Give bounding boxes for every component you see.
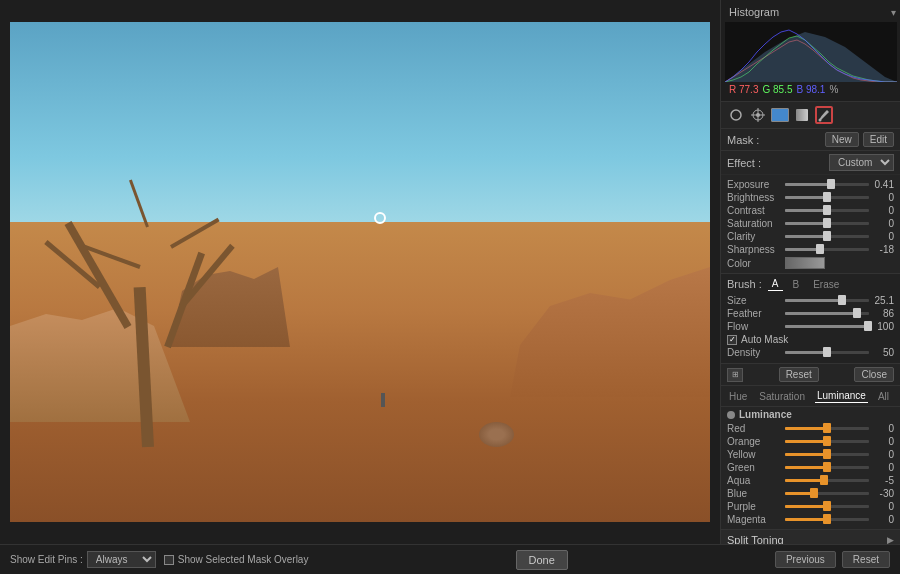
- g-value: G 85.5: [762, 84, 792, 95]
- saturation-track[interactable]: [785, 222, 869, 225]
- size-thumb[interactable]: [838, 295, 846, 305]
- lum-magenta-track[interactable]: [785, 518, 869, 521]
- brush-title-row: Brush : A B Erase: [727, 277, 894, 291]
- color-swatch[interactable]: [785, 257, 825, 269]
- auto-mask-checkbox[interactable]: ✓: [727, 335, 737, 345]
- color-swatch-container: [785, 257, 869, 269]
- right-panel: Histogram ▾ R 77.3 G 85.5: [720, 0, 900, 544]
- tree-branch-3: [179, 244, 235, 309]
- lum-magenta-fill: [785, 518, 827, 521]
- image-container[interactable]: [0, 0, 720, 544]
- luminance-toggle-dot[interactable]: [727, 411, 735, 419]
- lum-aqua-thumb[interactable]: [820, 475, 828, 485]
- reset-nav-button[interactable]: Reset: [842, 551, 890, 568]
- exposure-track[interactable]: [785, 183, 869, 186]
- target-tool-icon[interactable]: [749, 106, 767, 124]
- sharpness-thumb[interactable]: [816, 244, 824, 254]
- reset-close-row: ⊞ Reset Close: [721, 364, 900, 386]
- feather-thumb[interactable]: [853, 308, 861, 318]
- luminance-toggle-row: Luminance: [727, 409, 894, 420]
- bottom-bar: Show Edit Pins : Always Never Selected S…: [0, 544, 900, 574]
- saturation-thumb[interactable]: [823, 218, 831, 228]
- flow-label: Flow: [727, 321, 782, 332]
- feather-fill: [785, 312, 857, 315]
- contrast-value: 0: [872, 205, 894, 216]
- hsl-tab-luminance[interactable]: Luminance: [815, 389, 868, 403]
- brush-tab-erase[interactable]: Erase: [809, 278, 843, 291]
- person: [381, 393, 385, 407]
- show-mask-label: Show Selected Mask Overlay: [178, 554, 309, 565]
- lum-aqua-track[interactable]: [785, 479, 869, 482]
- exposure-thumb[interactable]: [827, 179, 835, 189]
- lum-green-fill: [785, 466, 827, 469]
- lum-yellow-thumb[interactable]: [823, 449, 831, 459]
- show-edit-pins-select[interactable]: Always Never Selected: [87, 551, 156, 568]
- brush-tool-icon[interactable]: [815, 106, 833, 124]
- tree-trunk: [134, 287, 154, 447]
- edit-mask-button[interactable]: Edit: [863, 132, 894, 147]
- lum-blue-thumb[interactable]: [810, 488, 818, 498]
- lum-orange-row: Orange 0: [727, 436, 894, 447]
- size-row: Size 25.1: [727, 295, 894, 306]
- saturation-label: Saturation: [727, 218, 782, 229]
- lum-orange-track[interactable]: [785, 440, 869, 443]
- close-button[interactable]: Close: [854, 367, 894, 382]
- lum-green-track[interactable]: [785, 466, 869, 469]
- lum-orange-thumb[interactable]: [823, 436, 831, 446]
- lum-red-fill: [785, 427, 827, 430]
- size-track[interactable]: [785, 299, 869, 302]
- lum-red-thumb[interactable]: [823, 423, 831, 433]
- lum-green-thumb[interactable]: [823, 462, 831, 472]
- luminance-section: Luminance Red 0 Orange 0: [721, 407, 900, 530]
- density-track[interactable]: [785, 351, 869, 354]
- brush-tab-a[interactable]: A: [768, 277, 783, 291]
- previous-button[interactable]: Previous: [775, 551, 836, 568]
- new-mask-button[interactable]: New: [825, 132, 859, 147]
- circle-tool-icon[interactable]: [727, 106, 745, 124]
- brightness-track[interactable]: [785, 196, 869, 199]
- lum-purple-label: Purple: [727, 501, 782, 512]
- sharpness-track[interactable]: [785, 248, 869, 251]
- done-button[interactable]: Done: [516, 550, 568, 570]
- color-row: Color: [727, 257, 894, 269]
- effect-select[interactable]: Custom: [829, 154, 894, 171]
- gradient-tool-icon[interactable]: [793, 106, 811, 124]
- lum-purple-row: Purple 0: [727, 501, 894, 512]
- hsl-tabs: Hue Saturation Luminance All: [721, 386, 900, 407]
- svg-marker-0: [725, 32, 897, 82]
- contrast-thumb[interactable]: [823, 205, 831, 215]
- lum-yellow-track[interactable]: [785, 453, 869, 456]
- contrast-track[interactable]: [785, 209, 869, 212]
- clarity-row: Clarity 0: [727, 231, 894, 242]
- lum-red-value: 0: [872, 423, 894, 434]
- show-mask-checkbox[interactable]: [164, 555, 174, 565]
- hsl-tab-saturation[interactable]: Saturation: [757, 390, 807, 403]
- mask-row: Mask : New Edit: [721, 129, 900, 151]
- brightness-thumb[interactable]: [823, 192, 831, 202]
- panel-icon-btn[interactable]: ⊞: [727, 368, 743, 382]
- lum-blue-track[interactable]: [785, 492, 869, 495]
- histogram-expand-icon[interactable]: ▾: [891, 7, 896, 18]
- density-thumb[interactable]: [823, 347, 831, 357]
- rect-tool-icon[interactable]: [771, 106, 789, 124]
- lum-purple-track[interactable]: [785, 505, 869, 508]
- canvas-area: [0, 0, 720, 544]
- lum-purple-fill: [785, 505, 827, 508]
- flow-track[interactable]: [785, 325, 869, 328]
- feather-track[interactable]: [785, 312, 869, 315]
- flow-thumb[interactable]: [864, 321, 872, 331]
- lum-red-track[interactable]: [785, 427, 869, 430]
- exposure-label: Exposure: [727, 179, 782, 190]
- lum-aqua-row: Aqua -5: [727, 475, 894, 486]
- lum-magenta-thumb[interactable]: [823, 514, 831, 524]
- hsl-tab-hue[interactable]: Hue: [727, 390, 749, 403]
- clarity-thumb[interactable]: [823, 231, 831, 241]
- split-toning-header[interactable]: Split Toning ▶: [721, 530, 900, 544]
- lum-purple-thumb[interactable]: [823, 501, 831, 511]
- brush-tab-b[interactable]: B: [789, 278, 804, 291]
- clarity-track[interactable]: [785, 235, 869, 238]
- svg-point-7: [819, 119, 822, 122]
- lum-red-row: Red 0: [727, 423, 894, 434]
- reset-button[interactable]: Reset: [779, 367, 819, 382]
- hsl-tab-all[interactable]: All: [876, 390, 891, 403]
